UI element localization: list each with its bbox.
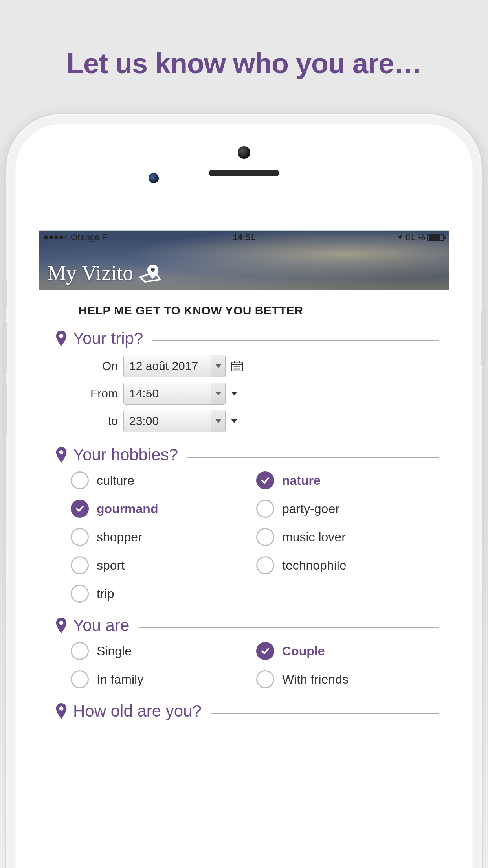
radio-checked-icon [256,471,274,489]
section-you-are: You are SingleCoupleIn familyWith friend… [55,616,439,688]
calendar-icon[interactable] [231,360,243,371]
section-trip-label: Your trip? [73,329,143,348]
app-logo: My Vizito [47,261,165,285]
battery-percent: 81 % [405,232,425,243]
youare-option-Single[interactable]: Single [71,642,254,660]
youare-option-In-family[interactable]: In family [71,670,254,688]
trip-to-value: 23:00 [124,414,211,428]
pin-icon [55,703,68,719]
chevron-down-icon [211,383,225,404]
svg-point-1 [59,334,64,338]
svg-point-9 [59,621,64,625]
carrier-label: Orange F [71,232,107,243]
svg-point-10 [59,706,64,711]
form-area: HELP ME GET TO KNOW YOU BETTER Your trip… [39,290,449,868]
trip-date-select[interactable]: 12 août 2017 [123,355,226,377]
hobby-option-label: gourmand [97,502,158,516]
hobby-option-label: technophile [282,558,347,573]
hobby-option-music-lover[interactable]: music lover [256,528,439,546]
hobby-option-nature[interactable]: nature [256,471,439,489]
app-screen: Orange F 14:51 81 % My Vizito [39,231,449,868]
hobby-option-party-goer[interactable]: party-goer [256,500,439,518]
radio-checked-icon [256,642,274,660]
section-hobbies-label: Your hobbies? [73,445,178,464]
map-pin-logo-icon [137,263,165,283]
section-hobbies: Your hobbies? culturenaturegourmandparty… [55,445,439,603]
status-bar: Orange F 14:51 81 % [39,231,449,244]
radio-unchecked-icon [256,528,274,546]
phone-frame: Orange F 14:51 81 % My Vizito [6,114,482,868]
hobby-option-label: sport [97,558,125,573]
hobby-option-culture[interactable]: culture [71,471,254,489]
radio-unchecked-icon [256,670,274,688]
hobby-option-trip[interactable]: trip [71,585,254,603]
pin-icon [55,331,68,346]
section-age: How old are you? [55,702,439,721]
hobby-option-sport[interactable]: sport [71,556,254,574]
trip-on-label: On [86,359,118,373]
hobby-option-label: party-goer [282,502,339,516]
location-arrow-icon [396,234,403,241]
youare-option-Couple[interactable]: Couple [256,642,439,660]
chevron-down-icon [211,355,225,377]
radio-unchecked-icon [71,585,89,603]
hobby-option-label: music lover [282,530,346,544]
radio-unchecked-icon [71,670,89,688]
status-time: 14:51 [177,232,310,243]
hobby-option-label: culture [97,473,134,488]
section-age-label: How old are you? [73,702,202,721]
trip-date-value: 12 août 2017 [124,359,211,373]
dropdown-caret-icon[interactable] [231,392,237,395]
youare-option-label: Single [97,644,132,658]
svg-point-8 [59,450,64,454]
trip-from-label: From [86,387,118,400]
page-title: HELP ME GET TO KNOW YOU BETTER [79,304,439,317]
pin-icon [55,447,68,463]
section-youare-label: You are [73,616,129,635]
trip-to-time-select[interactable]: 23:00 [123,410,226,432]
hobby-option-gourmand[interactable]: gourmand [71,500,254,518]
promo-heading: Let us know who you are… [0,47,488,79]
hobby-option-label: trip [97,587,114,601]
youare-option-label: With friends [282,672,349,687]
section-trip: Your trip? On 12 août 2017 [55,329,439,432]
radio-unchecked-icon [71,528,89,546]
chevron-down-icon [211,410,225,432]
radio-unchecked-icon [256,556,274,574]
radio-unchecked-icon [71,642,89,660]
app-header: Orange F 14:51 81 % My Vizito [39,231,449,290]
radio-unchecked-icon [71,556,89,574]
hobby-option-label: nature [282,473,321,488]
radio-checked-icon [71,500,89,518]
radio-unchecked-icon [71,471,89,489]
hobby-option-shopper[interactable]: shopper [71,528,254,546]
pin-icon [55,618,68,633]
hobby-option-technophile[interactable]: technophile [256,556,439,574]
radio-unchecked-icon [256,500,274,518]
battery-icon [427,234,444,241]
youare-option-label: Couple [282,644,325,658]
trip-to-label: to [86,414,118,428]
signal-dots-icon [44,235,68,239]
svg-point-0 [151,268,155,272]
hobby-option-label: shopper [97,530,142,544]
youare-option-label: In family [97,672,143,687]
trip-from-value: 14:50 [124,387,211,400]
app-logo-text: My Vizito [47,261,133,285]
trip-from-time-select[interactable]: 14:50 [123,383,226,405]
youare-option-With-friends[interactable]: With friends [256,670,439,688]
dropdown-caret-icon[interactable] [231,419,237,423]
